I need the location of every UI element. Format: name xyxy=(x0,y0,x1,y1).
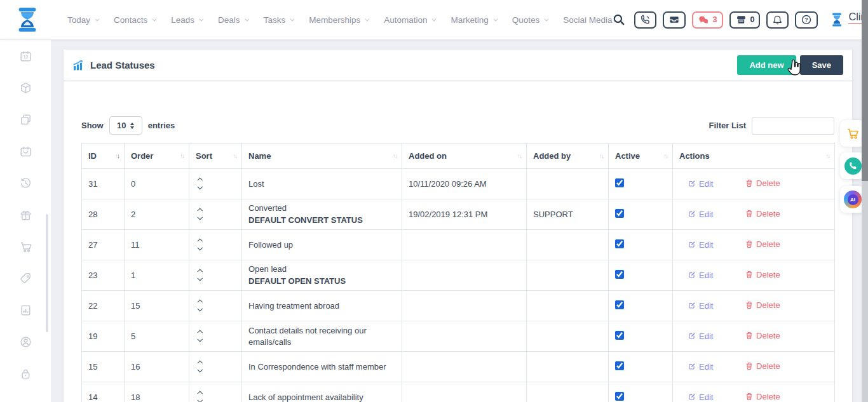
edit-link[interactable]: Edit xyxy=(688,210,713,219)
question-mark-icon: ? xyxy=(801,14,812,25)
delete-link[interactable]: Delete xyxy=(745,178,780,188)
active-checkbox[interactable] xyxy=(615,300,624,309)
edit-link[interactable]: Edit xyxy=(688,362,713,372)
nav-item-marketing[interactable]: Marketing xyxy=(451,15,496,25)
sidebar-item-bookings[interactable] xyxy=(18,145,32,158)
svg-text:?: ? xyxy=(805,17,809,23)
edit-link[interactable]: Edit xyxy=(688,271,713,280)
delete-link[interactable]: Delete xyxy=(745,209,780,218)
chevron-down-icon xyxy=(199,17,203,21)
sort-down-button[interactable] xyxy=(197,186,203,191)
sort-down-button[interactable] xyxy=(197,399,203,402)
add-new-button[interactable]: Add new xyxy=(737,55,796,75)
inbox-button[interactable] xyxy=(663,11,686,29)
calendar-12-icon: 12 xyxy=(19,50,32,63)
delete-link[interactable]: Delete xyxy=(745,270,780,279)
active-checkbox[interactable] xyxy=(615,178,624,187)
page-scrollbar-track[interactable] xyxy=(862,0,868,402)
delete-link[interactable]: Delete xyxy=(745,392,780,401)
col-header-actions[interactable]: Actions↑↓ xyxy=(673,144,835,169)
edit-link[interactable]: Edit xyxy=(688,332,713,341)
nav-item-leads[interactable]: Leads xyxy=(171,15,202,25)
nav-item-memberships[interactable]: Memberships xyxy=(309,15,368,25)
nav-item-automation[interactable]: Automation xyxy=(384,15,435,25)
edit-link[interactable]: Edit xyxy=(688,240,713,250)
chevron-down-icon xyxy=(153,17,157,21)
save-button[interactable]: Save xyxy=(800,55,843,75)
delete-link[interactable]: Delete xyxy=(745,239,780,249)
sort-indicator-icon: ↑↓ xyxy=(393,152,397,159)
help-button[interactable]: ? xyxy=(795,11,818,29)
page-scrollbar-thumb[interactable] xyxy=(862,0,868,181)
col-header-name[interactable]: Name↑↓ xyxy=(242,144,402,169)
sort-down-button[interactable] xyxy=(197,247,203,251)
col-header-added-by[interactable]: Added by↑↓ xyxy=(527,144,609,169)
filter-list-input[interactable] xyxy=(752,117,834,135)
sort-up-button[interactable] xyxy=(197,238,203,243)
delete-link[interactable]: Delete xyxy=(745,331,780,340)
sort-down-button[interactable] xyxy=(197,308,203,312)
col-header-added-on[interactable]: Added on↑↓ xyxy=(402,144,527,169)
sort-down-button[interactable] xyxy=(197,217,203,221)
sidebar-item-gifts[interactable] xyxy=(18,208,32,222)
sort-indicator-icon: ↑↓ xyxy=(663,152,667,159)
cell-order: 2 xyxy=(125,199,189,230)
sort-up-button[interactable] xyxy=(197,330,203,334)
nav-item-tasks[interactable]: Tasks xyxy=(264,15,294,25)
sidebar-item-history[interactable] xyxy=(18,177,32,190)
active-checkbox[interactable] xyxy=(615,270,624,279)
col-header-sort[interactable]: Sort↑↓ xyxy=(189,144,242,169)
sidebar-scrollbar-thumb[interactable] xyxy=(46,214,48,332)
sort-indicator-icon: ↑↓ xyxy=(599,152,603,159)
sidebar-item-account[interactable] xyxy=(18,335,32,349)
cell-actions: Edit Delete xyxy=(673,260,835,291)
trash-icon xyxy=(745,362,753,370)
phone-icon xyxy=(640,15,651,25)
sidebar-item-security[interactable] xyxy=(18,367,32,380)
nav-item-contacts[interactable]: Contacts xyxy=(114,15,155,25)
edit-icon xyxy=(688,332,696,340)
sidebar-item-reports[interactable] xyxy=(18,304,32,317)
edit-link[interactable]: Edit xyxy=(688,179,713,189)
sort-up-button[interactable] xyxy=(197,391,203,395)
sort-up-button[interactable] xyxy=(197,269,203,273)
nav-item-deals[interactable]: Deals xyxy=(218,15,248,25)
sort-down-button[interactable] xyxy=(197,338,203,343)
cell-name: In Correspondence with staff member xyxy=(242,352,402,382)
col-header-id[interactable]: ID↑↓ xyxy=(82,144,125,169)
sort-up-button[interactable] xyxy=(197,208,203,212)
search-button[interactable] xyxy=(613,13,625,26)
cell-active xyxy=(609,352,673,382)
active-checkbox[interactable] xyxy=(615,239,624,248)
store-button[interactable]: 0 xyxy=(729,11,761,29)
delete-link[interactable]: Delete xyxy=(745,361,780,371)
active-checkbox[interactable] xyxy=(615,392,624,401)
sidebar-item-pricing[interactable] xyxy=(18,272,32,285)
active-checkbox[interactable] xyxy=(615,361,624,370)
sort-up-button[interactable] xyxy=(197,299,203,304)
active-checkbox[interactable] xyxy=(615,331,624,340)
notifications-button[interactable] xyxy=(766,11,789,29)
sidebar-item-packages[interactable] xyxy=(18,81,32,95)
delete-link[interactable]: Delete xyxy=(745,300,780,310)
edit-link[interactable]: Edit xyxy=(688,392,713,402)
app-logo[interactable] xyxy=(13,5,42,34)
chat-messages-button[interactable]: 3 xyxy=(692,11,723,29)
sort-up-button[interactable] xyxy=(197,177,203,182)
col-header-active[interactable]: Active↑↓ xyxy=(609,144,673,169)
nav-item-quotes[interactable]: Quotes xyxy=(512,15,548,25)
col-header-order[interactable]: Order↑↓ xyxy=(125,144,189,169)
page-size-select[interactable]: 10 xyxy=(109,116,142,135)
sort-up-button[interactable] xyxy=(197,360,203,365)
chevron-down-icon xyxy=(545,17,549,21)
phone-calls-button[interactable] xyxy=(634,11,656,29)
sidebar-item-calendar[interactable]: 12 xyxy=(18,50,32,63)
sidebar-item-orders[interactable] xyxy=(18,240,32,253)
nav-item-social-media[interactable]: Social Media xyxy=(563,15,612,25)
sort-down-button[interactable] xyxy=(197,278,203,282)
sidebar-item-duplicates[interactable] xyxy=(18,113,32,126)
active-checkbox[interactable] xyxy=(615,209,624,218)
nav-item-today[interactable]: Today xyxy=(67,15,98,25)
sort-down-button[interactable] xyxy=(197,369,203,373)
edit-link[interactable]: Edit xyxy=(688,301,713,311)
